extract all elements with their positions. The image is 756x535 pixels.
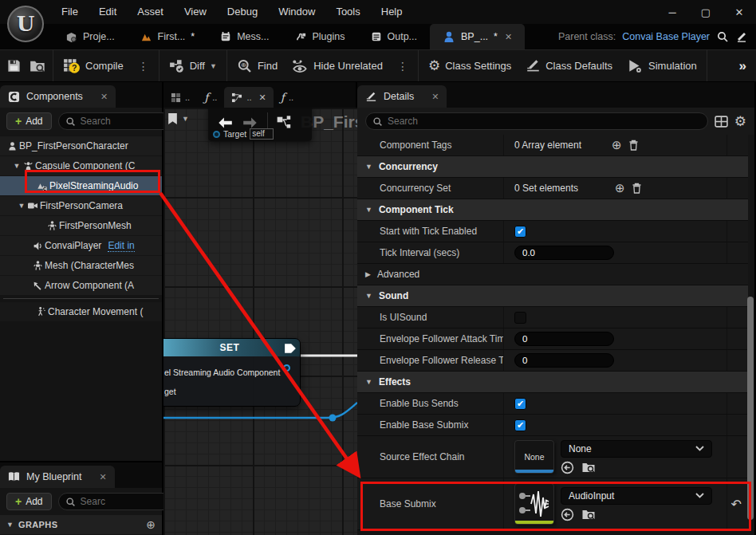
advanced-expander[interactable]: ▶ Advanced [357, 264, 748, 285]
use-selected-asset-icon[interactable] [561, 508, 574, 521]
tab-blueprint[interactable]: BP_... * ✕ [430, 24, 525, 49]
component-row-bp-firstpersoncharacter[interactable]: BP_FirstPersonCharacter [0, 136, 162, 155]
asset-thumbnail-audioinput[interactable] [514, 483, 554, 525]
menu-asset[interactable]: Asset [127, 0, 174, 24]
window-maximize-button[interactable]: ▢ [700, 6, 711, 18]
set-count: 0 Set elements [514, 183, 578, 194]
graph-canvas[interactable]: BP_Firs ▼ Target self SET [163, 108, 357, 535]
graph-tab-function-2[interactable]: ƒ .. [274, 87, 301, 108]
add-array-element-icon[interactable]: ⊕ [612, 138, 622, 152]
menu-debug[interactable]: Debug [217, 0, 268, 24]
asset-thumbnail-none[interactable]: None [514, 440, 554, 474]
chevron-down-icon: ▼ [182, 115, 189, 123]
menu-view[interactable]: View [174, 0, 217, 24]
graph-tab-viewport[interactable]: .. [163, 87, 197, 108]
hide-unrelated-button[interactable]: Hide Unrelated [289, 59, 386, 73]
checkbox[interactable]: ✔ [514, 398, 526, 410]
nav-back-icon[interactable] [216, 116, 234, 129]
menu-tools[interactable]: Tools [325, 0, 370, 24]
class-settings-button[interactable]: ⚙ Class Settings [425, 57, 514, 74]
my-blueprint-panel-tab[interactable]: My Blueprint ✕ [0, 466, 115, 488]
graph-tab-eventgraph[interactable]: .. ✕ [224, 87, 273, 108]
add-set-element-icon[interactable]: ⊕ [615, 181, 625, 195]
parent-class-link[interactable]: Convai Base Player [622, 31, 710, 42]
hide-unrelated-options-icon[interactable]: ⋮ [394, 60, 411, 73]
source-effect-chain-dropdown[interactable]: None [561, 440, 712, 458]
simulation-button[interactable]: Simulation [624, 59, 700, 73]
bookmarks-button[interactable]: ▼ [167, 112, 189, 125]
component-row-pixelstreamingaudio[interactable]: PixelStreamingAudio [0, 176, 162, 195]
component-row-arrow[interactable]: Arrow Component (A [0, 276, 162, 295]
section-sound[interactable]: ▼ Sound [357, 285, 748, 307]
clear-array-icon[interactable] [628, 140, 639, 151]
close-panel-icon[interactable]: ✕ [431, 92, 439, 102]
exec-output-pin[interactable] [284, 343, 297, 354]
details-settings-icon[interactable]: ⚙ [734, 113, 746, 130]
diff-button[interactable]: Diff ▼ [166, 59, 220, 73]
details-search[interactable] [365, 112, 708, 130]
tick-interval-input[interactable] [514, 246, 614, 260]
class-defaults-button[interactable]: Class Defaults [522, 59, 616, 73]
envelope-release-input[interactable] [514, 353, 614, 368]
details-scrollbar[interactable] [747, 297, 754, 520]
window-minimize-button[interactable]: ─ [667, 6, 678, 18]
close-panel-icon[interactable]: ✕ [100, 92, 108, 102]
component-row-character-movement[interactable]: Character Movement ( [0, 302, 162, 321]
component-row-capsule[interactable]: ▼ Capsule Component (C [0, 156, 162, 175]
menu-file[interactable]: File [51, 0, 89, 24]
set-node[interactable]: SET el Streaming Audio Component get [163, 338, 301, 407]
details-search-input[interactable] [388, 116, 701, 127]
checkbox[interactable]: ✔ [514, 226, 526, 238]
menu-edit[interactable]: Edit [89, 0, 127, 24]
find-button[interactable]: ⊕ Find [234, 58, 281, 73]
checkbox[interactable]: ✔ [514, 419, 526, 431]
tab-project[interactable]: Proje... [53, 24, 128, 49]
browse-to-asset-icon[interactable] [581, 461, 597, 474]
object-output-pin[interactable] [283, 364, 290, 372]
search-icon[interactable] [716, 30, 729, 43]
add-graph-icon[interactable]: ⊕ [146, 518, 156, 531]
window-close-button[interactable]: ✕ [734, 6, 745, 18]
menu-window[interactable]: Window [268, 0, 325, 24]
checkbox[interactable]: ✔ [514, 312, 526, 324]
graph-tab-function-1[interactable]: ƒ .. [197, 87, 224, 108]
tab-output-log[interactable]: Outp... [358, 24, 431, 49]
component-row-firstpersoncamera[interactable]: ▼ FirstPersonCamera [0, 196, 162, 215]
toolbar-overflow-button[interactable]: » [739, 58, 756, 74]
expand-caret-icon[interactable]: ▼ [18, 202, 26, 210]
components-panel-tab[interactable]: Components ✕ [0, 85, 116, 108]
graphs-section-header[interactable]: ▼ GRAPHS ⊕ [0, 515, 162, 534]
nav-forward-icon[interactable] [242, 116, 259, 129]
base-submix-dropdown[interactable]: AudioInput [561, 487, 712, 505]
browse-asset-icon[interactable] [30, 58, 46, 73]
close-tab-icon[interactable]: ✕ [505, 32, 512, 42]
compile-options-icon[interactable]: ⋮ [135, 60, 152, 73]
component-row-firstpersonmesh[interactable]: FirstPersonMesh [0, 216, 162, 235]
envelope-attack-input[interactable] [514, 332, 614, 346]
expand-caret-icon[interactable]: ▼ [13, 162, 21, 170]
browse-to-asset-icon[interactable] [581, 508, 597, 521]
clear-set-icon[interactable] [632, 183, 642, 194]
edit-in-link[interactable]: Edit in [108, 240, 134, 252]
section-concurrency[interactable]: ▼ Concurrency [357, 156, 748, 178]
tab-level[interactable]: First...* [128, 24, 208, 49]
component-row-mesh[interactable]: Mesh (CharacterMes [0, 256, 162, 275]
component-row-convaiplayer[interactable]: ConvaiPlayer Edit in [0, 236, 162, 255]
compile-button[interactable]: ? Compile [60, 58, 127, 74]
details-panel-tab[interactable]: Details ✕ [357, 85, 447, 108]
tab-plugins[interactable]: Plugins [282, 24, 358, 49]
reset-to-default-icon[interactable]: ↶ [731, 497, 742, 512]
add-component-button[interactable]: + Add [6, 112, 52, 130]
target-value-box[interactable]: self [250, 128, 274, 140]
save-icon[interactable] [6, 58, 22, 73]
edit-pencil-icon[interactable] [735, 30, 748, 43]
use-selected-asset-icon[interactable] [561, 461, 574, 474]
section-component-tick[interactable]: ▼ Component Tick [357, 199, 748, 221]
display-options-icon[interactable] [715, 116, 728, 128]
tab-messages[interactable]: Mess... [207, 24, 282, 49]
menu-help[interactable]: Help [371, 0, 413, 24]
section-effects[interactable]: ▼ Effects [357, 372, 748, 393]
close-panel-icon[interactable]: ✕ [99, 472, 106, 482]
close-tab-icon[interactable]: ✕ [259, 92, 266, 103]
add-blueprint-item-button[interactable]: + Add [6, 493, 52, 510]
